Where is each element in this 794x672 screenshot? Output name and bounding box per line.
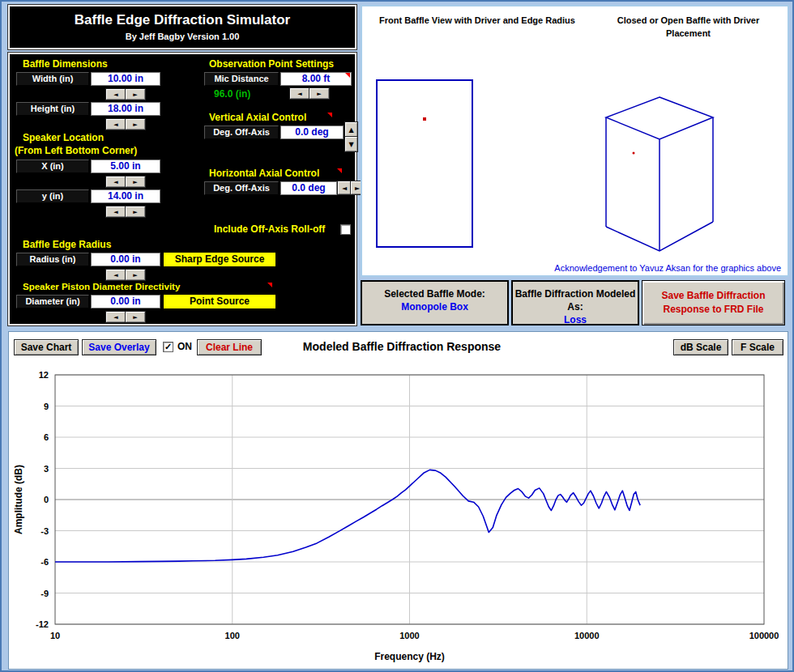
vertical-offaxis-value[interactable]: 0.0 deg [280,125,344,139]
comment-marker-icon [337,168,342,173]
chart-panel: Save Chart Save Overlay ✓ ON Clear Line … [8,331,788,670]
x-spin-left-button[interactable]: ◄ [106,177,126,187]
x-tick-label: 10 [50,631,60,640]
spin-right-icon: ► [133,121,137,128]
mic-distance-inches: 96.0 (in) [214,88,250,100]
comment-marker-icon [267,283,272,287]
height-spin-left-button[interactable]: ◄ [106,119,126,130]
x-value[interactable]: 5.00 in [91,159,160,173]
vertical-spin-down-button[interactable]: ▼ [345,137,357,151]
app-subtitle: By Jeff Bagby Version 1.00 [10,32,355,41]
spin-left-icon: ◄ [113,179,117,185]
spin-left-icon: ◄ [113,272,117,279]
horizontal-offaxis-value[interactable]: 0.0 deg [280,181,337,195]
height-spinner: ◄ ► [106,119,145,130]
horizontal-offaxis-label: Deg. Off-Axis [204,181,279,195]
mic-distance-label: Mic Distance [204,72,279,86]
vertical-spin-up-button[interactable]: ▲ [345,122,357,137]
spin-right-icon: ► [133,314,137,321]
y-axis-title: Amplitude (dB) [13,465,24,534]
x-tick-label: 100 [225,631,240,640]
diameter-spin-right-button[interactable]: ► [126,312,145,322]
graphics-panel: Front Baffle View with Driver and Edge R… [361,5,789,277]
y-tick-label: -6 [41,557,49,567]
horizontal-axial-heading: Horizontal Axial Control [209,168,319,179]
mic-distance-value[interactable]: 8.00 ft [280,72,352,86]
diameter-spin-left-button[interactable]: ◄ [106,312,126,322]
radius-spin-right-button[interactable]: ► [126,270,145,280]
spin-right-icon: ► [133,209,137,215]
acknowledgement-text: Acknowledgement to Yavuz Aksan for the g… [554,263,781,273]
height-label: Height (in) [16,102,89,116]
width-spin-right-button[interactable]: ► [126,89,145,100]
spin-right-icon: ► [133,272,137,279]
x-label: X (in) [16,159,89,173]
diameter-spinner: ◄ ► [106,312,145,322]
check-icon: ✓ [164,342,172,351]
baffle-mode-value: Monopole Box [362,300,507,313]
vertical-offaxis-label: Deg. Off-Axis [204,125,279,139]
speaker-location-subheading: (From Left Bottom Corner) [15,145,137,156]
db-scale-button[interactable]: dB Scale [673,339,728,355]
width-value[interactable]: 10.00 in [91,72,160,86]
height-value[interactable]: 18.00 in [91,102,160,116]
save-chart-button[interactable]: Save Chart [14,339,79,355]
baffle-mode-box: Selected Baffle Mode: Monopole Box [361,280,509,325]
front-view-title: Front Baffle View with Driver and Edge R… [372,15,583,28]
spin-right-icon: ► [355,185,360,192]
response-curve [55,470,640,562]
width-label: Width (in) [16,72,89,86]
observation-heading: Observation Point Settings [209,58,334,70]
y-value[interactable]: 14.00 in [91,189,160,203]
piston-directivity-heading: Speaker Piston Diameter Directivity [23,282,180,291]
y-tick-label: 0 [44,495,49,504]
clear-line-button[interactable]: Clear Line [197,339,262,355]
x-spinner: ◄ ► [106,177,145,187]
spin-left-icon: ◄ [342,185,347,192]
y-spin-left-button[interactable]: ◄ [106,206,126,217]
baffle-edge-radius-heading: Baffle Edge Radius [23,239,111,250]
radius-spin-left-button[interactable]: ◄ [106,270,126,280]
diameter-value[interactable]: 0.00 in [91,295,160,308]
horizontal-spin-left-button[interactable]: ◄ [338,181,351,194]
modeled-as-value: Loss [513,313,638,326]
spin-up-icon: ▲ [348,126,353,134]
diameter-label: Diameter (in) [16,295,89,308]
offaxis-rolloff-checkbox[interactable] [340,224,351,235]
control-panel: Baffle Dimensions Width (in) 10.00 in ◄ … [8,53,356,325]
mic-spin-left-button[interactable]: ◄ [290,88,309,99]
save-frd-button[interactable]: Save Baffle Diffraction Response to FRD … [642,280,785,325]
y-spinner: ◄ ► [106,206,145,217]
mic-distance-spinner: ◄ ► [290,88,329,99]
y-label: y (in) [16,189,89,203]
spin-right-icon: ► [133,91,137,98]
app-window: Baffle Edge Diffraction Simulator By Jef… [0,0,794,672]
y-spin-right-button[interactable]: ► [126,206,145,217]
overlay-on-checkbox[interactable]: ✓ [163,342,173,352]
radius-value[interactable]: 0.00 in [91,253,160,266]
x-spin-right-button[interactable]: ► [126,177,145,187]
spin-left-icon: ◄ [113,91,117,98]
width-spin-left-button[interactable]: ◄ [106,89,126,100]
height-spin-right-button[interactable]: ► [126,119,145,130]
spin-left-icon: ◄ [113,314,117,321]
f-scale-button[interactable]: F Scale [732,339,783,355]
spin-right-icon: ► [133,179,137,185]
x-tick-label: 100000 [749,631,779,640]
y-tick-label: 3 [44,464,49,474]
vertical-axial-heading: Vertical Axial Control [209,112,306,123]
enclosure-3d-wireframe [601,92,719,254]
x-tick-label: 1000 [399,631,419,640]
y-tick-label: -9 [41,589,49,598]
baffle-dimensions-heading: Baffle Dimensions [23,58,108,70]
edge-source-mode: Sharp Edge Source [164,253,275,266]
overlay-on-label: ON [177,341,192,352]
vertical-axial-spinner: ▲ ▼ [345,122,357,151]
radius-label: Radius (in) [16,253,89,266]
radius-spinner: ◄ ► [106,270,145,280]
box-view-title: Closed or Open Baffle with Driver Placem… [605,15,771,40]
mic-spin-right-button[interactable]: ► [309,88,329,99]
page-title: Baffle Edge Diffraction Simulator [10,6,355,28]
save-overlay-button[interactable]: Save Overlay [82,339,156,355]
comment-marker-icon [345,73,350,78]
